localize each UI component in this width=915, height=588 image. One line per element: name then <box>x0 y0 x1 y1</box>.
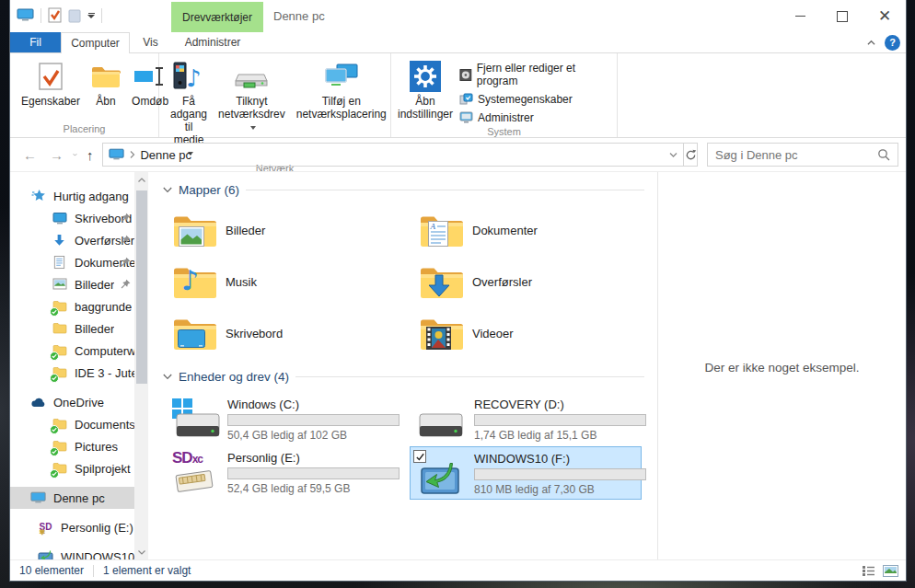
scroll-down-icon[interactable] <box>134 545 148 559</box>
contextual-tab-drive-tools[interactable]: Drevværktøjer <box>171 2 263 32</box>
customize-qat-button[interactable] <box>87 13 95 18</box>
collapse-section-icon[interactable] <box>163 187 172 193</box>
desktop-icon <box>52 211 67 226</box>
search-box[interactable] <box>707 143 898 167</box>
refresh-icon <box>685 149 697 161</box>
sidebar-item-baggrunde[interactable]: baggrunde <box>10 295 148 317</box>
drive-item-c[interactable]: Windows (C:) 50,4 GB ledig af 102 GB <box>163 393 395 446</box>
sidebar-item-windows10-f[interactable]: WINDOWS10 (F:) <box>10 546 148 559</box>
sidebar-item-hurtig-adgang[interactable]: Hurtig adgang <box>10 185 148 207</box>
sidebar-item-label: Denne pc <box>53 491 105 505</box>
folder-item-overfoersler[interactable]: Overførsler <box>410 256 656 307</box>
drives-section-header[interactable]: Enheder og drev (4) <box>163 370 644 384</box>
tab-fil[interactable]: Fil <box>10 32 61 52</box>
folder-item-billeder[interactable]: Billeder <box>163 204 410 256</box>
address-dropdown-button[interactable] <box>663 144 683 166</box>
new-folder-icon[interactable] <box>68 8 81 23</box>
drive-item-f-selected[interactable]: WINDOWS10 (F:) 810 MB ledig af 7,30 GB <box>410 446 642 500</box>
button-label: Fjern eller rediger et program <box>477 62 608 87</box>
properties-button-icon[interactable] <box>48 7 62 23</box>
sidebar-item-onedrive[interactable]: OneDrive <box>10 391 148 413</box>
ribbon: Egenskaber Åbn Omdøb Placering <box>10 53 906 138</box>
drive-item-d[interactable]: RECOVERY (D:) 1,74 GB ledig af 15,1 GB <box>410 393 642 446</box>
folder-item-skrivebord[interactable]: Skrivebord <box>163 307 410 359</box>
open-folder-icon <box>91 60 121 93</box>
search-input[interactable] <box>715 148 877 162</box>
sidebar-item-label: Hurtig adgang <box>53 190 129 203</box>
scroll-up-icon[interactable] <box>134 172 148 187</box>
system-properties-button[interactable]: Systemegenskaber <box>459 92 608 106</box>
tab-vis[interactable]: Vis <box>130 32 171 52</box>
pin-icon <box>120 234 132 246</box>
svg-text:A: A <box>430 222 436 231</box>
section-title: Mapper (6) <box>179 183 239 197</box>
group-label: Placering <box>16 121 153 137</box>
sidebar-item-computerworld[interactable]: Computerworld <box>10 340 148 362</box>
collapse-ribbon-icon[interactable] <box>867 39 875 47</box>
back-button[interactable]: ← <box>19 147 41 163</box>
removable-drive-icon <box>38 549 53 560</box>
close-button[interactable]: ✕ <box>863 0 906 32</box>
details-view-icon[interactable] <box>862 565 875 577</box>
map-network-drive-button[interactable]: Tilknytnetværksdrev <box>213 56 291 135</box>
sidebar-item-dokumenter[interactable]: Dokumenter <box>10 251 148 273</box>
tab-administrer[interactable]: Administrer <box>171 32 254 52</box>
sidebar-item-skrivebord[interactable]: Skrivebord <box>10 207 148 229</box>
address-row: ← → ↑ Denne pc <box>10 138 906 172</box>
open-settings-button[interactable]: Åbnindstillinger <box>397 56 454 122</box>
sync-check-icon <box>50 447 59 456</box>
scrollbar-thumb[interactable] <box>136 190 147 384</box>
search-icon[interactable] <box>877 148 890 161</box>
capacity-bar <box>227 467 400 479</box>
aabn-button[interactable]: Åbn <box>86 56 126 110</box>
button-label: Åbn <box>96 95 115 108</box>
folder-item-dokumenter[interactable]: A Dokumenter <box>410 204 656 256</box>
collapse-section-icon[interactable] <box>163 374 172 380</box>
recent-locations-icon[interactable] <box>73 151 77 158</box>
selection-checkbox[interactable] <box>413 450 426 463</box>
settings-gear-icon <box>410 60 441 93</box>
drive-item-e[interactable]: SDxc Personlig (E:) 52,4 GB ledig af 59,… <box>163 446 395 500</box>
sidebar-item-ide3[interactable]: IDE 3 - Jutenheim <box>10 362 148 384</box>
minimize-button[interactable] <box>779 0 821 32</box>
onedrive-cloud-icon <box>30 395 46 410</box>
breadcrumb[interactable]: Denne pc <box>140 148 191 162</box>
sidebar-item-documents[interactable]: Documents <box>10 413 148 435</box>
maximize-button[interactable] <box>821 0 863 32</box>
sidebar-item-pictures[interactable]: Pictures <box>10 435 148 457</box>
computer-icon[interactable] <box>17 8 34 22</box>
folder-item-musik[interactable]: ♪ Musik <box>163 256 410 307</box>
folder-item-videoer[interactable]: Videoer <box>410 307 656 359</box>
uninstall-program-button[interactable]: Fjern eller rediger et program <box>459 62 608 87</box>
egenskaber-button[interactable]: Egenskaber <box>16 56 86 110</box>
manage-button[interactable]: Administrer <box>459 110 608 124</box>
sidebar-scrollbar[interactable] <box>134 172 148 559</box>
sidebar-item-overfoersler[interactable]: Overførsler <box>10 229 148 251</box>
help-icon[interactable]: ? <box>885 35 900 51</box>
sidebar-item-billeder[interactable]: Billeder <box>10 273 148 295</box>
folders-section-header[interactable]: Mapper (6) <box>163 183 644 197</box>
divider <box>295 376 644 377</box>
sidebar-item-spilprojekt[interactable]: Spilprojekt <box>10 457 148 479</box>
folder-videos-icon <box>419 314 463 352</box>
tab-computer[interactable]: Computer <box>61 32 130 53</box>
selection-count: 1 element er valgt <box>103 564 191 577</box>
refresh-button[interactable] <box>684 143 698 167</box>
forward-button[interactable]: → <box>46 147 67 163</box>
sidebar-item-label: OneDrive <box>53 396 104 409</box>
preview-pane: Der er ikke noget eksempel. <box>657 172 906 559</box>
large-icons-view-icon[interactable] <box>883 565 898 577</box>
sidebar-item-billeder-folder[interactable]: Billeder <box>10 317 148 340</box>
address-bar[interactable]: Denne pc <box>102 143 684 167</box>
pictures-icon <box>52 277 67 293</box>
folder-label: Videoer <box>472 327 514 340</box>
sync-check-icon <box>50 425 59 434</box>
folder-pictures-icon <box>172 211 216 249</box>
separator <box>93 565 94 577</box>
add-network-location-button[interactable]: Tilføj ennetværksplacering <box>291 56 392 122</box>
titlebar: Drevværktøjer Denne pc ✕ <box>10 0 906 32</box>
sidebar-item-personlig-e[interactable]: SD✱ Personlig (E:) <box>10 516 148 538</box>
divider <box>246 190 644 190</box>
sidebar-item-denne-pc[interactable]: Denne pc <box>10 487 148 509</box>
up-button[interactable]: ↑ <box>83 147 98 163</box>
